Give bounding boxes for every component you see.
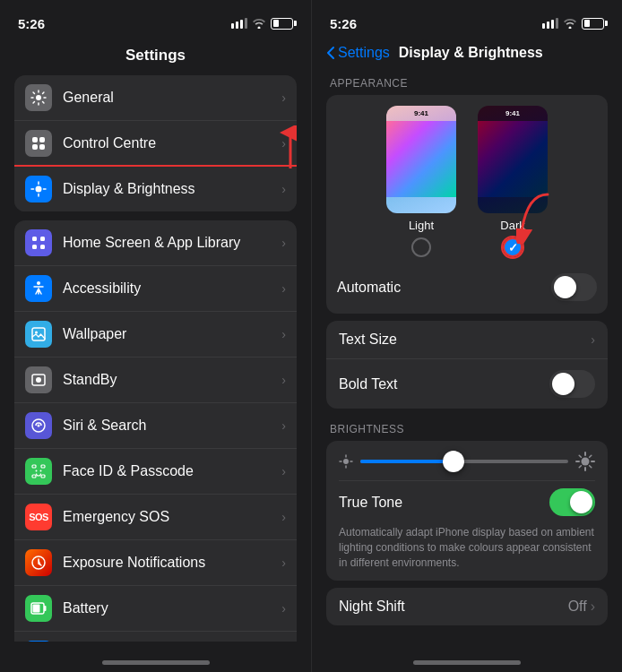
right-panel: 5:26 Settings Display & [311, 0, 622, 672]
home-bar-left [102, 660, 210, 665]
svg-rect-30 [41, 475, 45, 478]
exposure-label: Exposure Notifications [63, 555, 281, 571]
face-id-icon [25, 458, 52, 485]
appearance-option-light[interactable]: 9:41 Light [386, 106, 456, 257]
automatic-toggle[interactable] [551, 273, 597, 301]
svg-rect-6 [39, 137, 45, 142]
svg-rect-18 [32, 245, 37, 249]
emergency-sos-label: Emergency SOS [63, 509, 281, 525]
battery-icon-right [582, 18, 604, 30]
night-shift-item[interactable]: Night Shift Off › [326, 588, 608, 625]
home-bar-right [413, 660, 521, 665]
night-shift-value: Off [568, 599, 587, 615]
svg-point-20 [37, 281, 40, 285]
phone-wallpaper-dark [478, 121, 548, 197]
svg-line-56 [579, 466, 581, 468]
svg-rect-19 [40, 245, 45, 249]
phone-wallpaper-light [386, 121, 456, 197]
phone-preview-light: 9:41 [386, 106, 456, 213]
svg-point-26 [38, 425, 40, 427]
standby-chevron: › [281, 373, 286, 387]
sidebar-item-home-screen[interactable]: Home Screen & App Library › [14, 220, 297, 266]
display-brightness-icon [25, 176, 52, 202]
bold-text-toggle-thumb [552, 373, 574, 395]
svg-rect-5 [32, 137, 38, 142]
sidebar-item-control-centre[interactable]: Control Centre › [14, 121, 297, 167]
back-label: Settings [338, 45, 390, 61]
text-settings-group: Text Size › Bold Text [326, 321, 608, 409]
true-tone-toggle-thumb [570, 491, 592, 513]
light-label: Light [409, 219, 434, 232]
phone-status-light: 9:41 [386, 106, 456, 121]
face-id-chevron: › [281, 464, 286, 478]
right-content: APPEARANCE 9:41 Light 9:41 [312, 70, 622, 642]
sidebar-item-face-id[interactable]: Face ID & Passcode › [14, 449, 297, 495]
light-radio[interactable] [411, 237, 431, 257]
svg-rect-29 [32, 475, 36, 478]
accessibility-icon [25, 275, 52, 302]
general-icon [25, 84, 52, 111]
sidebar-item-general[interactable]: General › [14, 75, 297, 121]
text-size-label: Text Size [339, 332, 397, 348]
bold-text-toggle[interactable] [549, 370, 595, 398]
night-shift-chevron: › [591, 599, 595, 615]
svg-rect-40 [547, 22, 549, 29]
standby-label: StandBy [63, 372, 281, 388]
svg-line-55 [590, 466, 592, 468]
svg-rect-42 [556, 18, 558, 29]
sidebar-item-wallpaper[interactable]: Wallpaper › [14, 312, 297, 358]
home-screen-icon [25, 229, 52, 256]
sidebar-item-siri-search[interactable]: Siri & Search › [14, 403, 297, 449]
night-shift-group: Night Shift Off › [326, 588, 608, 625]
dark-radio[interactable]: ✓ [503, 237, 523, 257]
general-label: General [63, 90, 281, 106]
sidebar-item-privacy-security[interactable]: Privacy & Security › [14, 632, 297, 642]
true-tone-label: True Tone [339, 495, 402, 511]
svg-rect-21 [32, 328, 45, 340]
home-indicator-left [0, 642, 311, 672]
automatic-row: Automatic [337, 268, 597, 303]
bold-text-item: Bold Text [326, 359, 608, 409]
svg-rect-8 [39, 144, 45, 150]
brightness-header: BRIGHTNESS [326, 416, 608, 441]
brightness-slider-row [339, 452, 595, 471]
sidebar-item-standby[interactable]: StandBy › [14, 358, 297, 403]
siri-icon [25, 412, 52, 439]
battery-icon-left [271, 18, 293, 30]
true-tone-toggle[interactable] [549, 488, 595, 516]
night-shift-label: Night Shift [339, 599, 405, 615]
right-nav: Settings Display & Brightness [312, 39, 622, 70]
wallpaper-icon [25, 321, 52, 348]
status-icons-left [231, 18, 293, 30]
left-panel: 5:26 Settings [0, 0, 311, 672]
control-centre-label: Control Centre [63, 135, 281, 151]
privacy-icon [25, 641, 52, 642]
sidebar-item-battery[interactable]: Battery › [14, 586, 297, 632]
svg-rect-0 [231, 23, 234, 29]
home-indicator-right [312, 642, 622, 672]
exposure-chevron: › [281, 556, 286, 570]
svg-rect-27 [32, 465, 36, 468]
brightness-slider-track[interactable] [360, 460, 568, 463]
sidebar-item-emergency-sos[interactable]: SOS Emergency SOS › [14, 495, 297, 540]
sidebar-item-accessibility[interactable]: Accessibility › [14, 266, 297, 312]
svg-point-32 [40, 470, 42, 472]
true-tone-desc: Automatically adapt iPhone display based… [339, 525, 595, 570]
display-brightness-chevron: › [281, 182, 286, 196]
svg-line-54 [579, 455, 581, 457]
time-left: 5:26 [18, 16, 45, 31]
svg-rect-28 [41, 465, 45, 468]
text-size-item[interactable]: Text Size › [326, 321, 608, 359]
sidebar-item-display-brightness[interactable]: Display & Brightness › [14, 167, 297, 211]
night-shift-right: Off › [568, 599, 595, 615]
svg-rect-1 [236, 22, 238, 29]
sidebar-item-exposure[interactable]: Exposure Notifications › [14, 540, 297, 586]
signal-icon-right [542, 18, 558, 29]
siri-chevron: › [281, 418, 286, 433]
signal-icon [231, 18, 247, 29]
back-button[interactable]: Settings [326, 45, 390, 61]
brightness-section: True Tone Automatically adapt iPhone dis… [326, 441, 608, 581]
settings-title: Settings [0, 39, 311, 75]
appearance-option-dark[interactable]: 9:41 Dark ✓ [478, 106, 548, 257]
section-top: General › Control Centre › [14, 75, 297, 211]
